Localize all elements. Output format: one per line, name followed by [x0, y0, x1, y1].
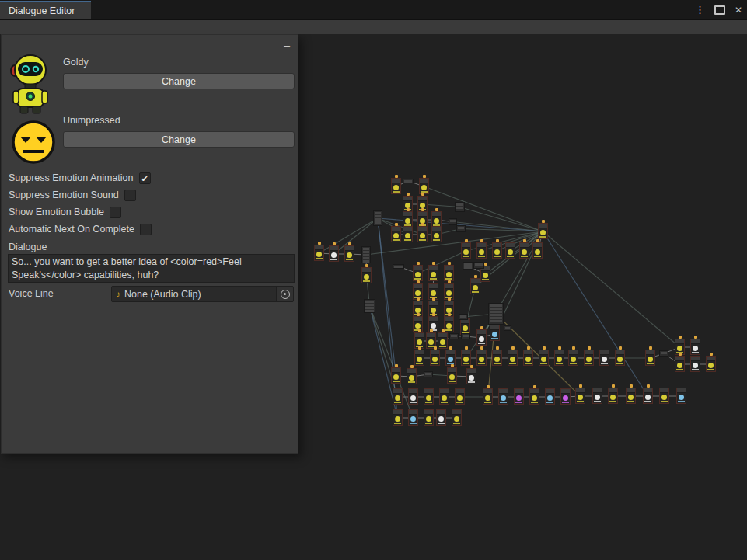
graph-node[interactable] [532, 242, 543, 259]
graph-node[interactable] [470, 278, 480, 294]
graph-node[interactable] [459, 314, 468, 320]
graph-node[interactable] [361, 246, 371, 263]
graph-node[interactable] [417, 226, 428, 242]
graph-node[interactable] [560, 388, 571, 405]
graph-node[interactable] [461, 242, 471, 259]
graph-node[interactable] [463, 262, 473, 270]
graph-node[interactable] [452, 409, 462, 426]
graph-node[interactable] [460, 318, 470, 335]
graph-node[interactable] [428, 265, 438, 281]
graph-node[interactable] [456, 225, 466, 232]
maximize-icon[interactable] [714, 5, 725, 15]
graph-node[interactable] [407, 368, 417, 384]
graph-node[interactable] [466, 368, 476, 384]
graph-node[interactable] [706, 356, 716, 372]
graph-node[interactable] [492, 242, 502, 259]
graph-node[interactable] [455, 388, 465, 405]
graph-node[interactable] [676, 388, 686, 404]
graph-node[interactable] [364, 299, 375, 313]
graph-node[interactable] [403, 211, 413, 228]
graph-node[interactable] [413, 265, 423, 281]
graph-node[interactable] [461, 350, 471, 366]
graph-node[interactable] [424, 371, 433, 377]
graph-node[interactable] [431, 226, 442, 242]
voice-line-object-field[interactable]: ♪ None (Audio Clip) [111, 286, 294, 302]
suppress-emotion-sound-checkbox[interactable] [124, 190, 136, 201]
graph-node[interactable] [476, 329, 487, 346]
graph-node[interactable] [391, 367, 401, 384]
automatic-next-on-complete-checkbox[interactable] [140, 224, 152, 235]
show-emotion-bubble-checkbox[interactable] [110, 207, 121, 218]
graph-node[interactable] [449, 333, 459, 339]
graph-node[interactable] [608, 388, 618, 404]
object-picker-icon[interactable] [276, 287, 293, 301]
graph-node[interactable] [393, 264, 404, 269]
graph-node[interactable] [455, 202, 465, 212]
graph-node[interactable] [329, 245, 339, 262]
graph-node[interactable] [483, 388, 493, 405]
graph-node[interactable] [690, 339, 700, 355]
graph-node[interactable] [675, 356, 685, 372]
graph-node[interactable] [599, 350, 609, 366]
graph-node[interactable] [438, 332, 448, 349]
graph-node[interactable] [529, 388, 539, 405]
graph-node[interactable] [436, 409, 446, 426]
graph-node[interactable] [575, 388, 585, 404]
graph-node[interactable] [403, 179, 414, 183]
graph-node[interactable] [568, 350, 578, 366]
graph-node[interactable] [508, 350, 518, 366]
graph-node[interactable] [645, 350, 655, 366]
graph-node[interactable] [545, 388, 555, 405]
graph-node[interactable] [414, 350, 424, 366]
graph-node[interactable] [391, 178, 401, 194]
graph-node[interactable] [439, 388, 449, 405]
close-icon[interactable]: ✕ [735, 5, 742, 15]
graph-node[interactable] [447, 367, 457, 384]
graph-node[interactable] [424, 388, 434, 405]
graph-node[interactable] [476, 350, 487, 366]
graph-node[interactable] [431, 211, 442, 228]
menu-kebab-icon[interactable]: ⋮ [695, 5, 705, 15]
collapse-button[interactable]: – [284, 41, 290, 49]
graph-node[interactable] [690, 356, 700, 372]
graph-node[interactable] [430, 350, 440, 366]
graph-node[interactable] [643, 388, 653, 404]
graph-node[interactable] [538, 223, 548, 239]
graph-node[interactable] [504, 325, 511, 331]
graph-node[interactable] [361, 267, 372, 283]
graph-node[interactable] [393, 409, 403, 426]
graph-node[interactable] [449, 218, 457, 225]
tab-dialogue-editor[interactable]: Dialogue Editor [0, 1, 91, 19]
graph-node[interactable] [408, 409, 418, 426]
graph-node[interactable] [498, 388, 508, 405]
graph-node[interactable] [314, 245, 324, 261]
graph-node[interactable] [476, 242, 487, 259]
graph-node[interactable] [539, 350, 549, 366]
graph-node[interactable] [373, 210, 382, 226]
graph-node[interactable] [523, 350, 533, 366]
graph-node[interactable] [505, 242, 515, 259]
graph-node[interactable] [519, 242, 529, 259]
graph-node[interactable] [659, 388, 669, 404]
graph-node[interactable] [615, 350, 625, 366]
graph-node[interactable] [592, 388, 602, 404]
graph-node[interactable] [445, 350, 456, 366]
graph-node[interactable] [424, 409, 434, 426]
graph-node[interactable] [403, 226, 413, 242]
graph-node[interactable] [419, 178, 429, 194]
graph-node[interactable] [393, 388, 403, 405]
graph-node[interactable] [490, 325, 500, 341]
change-emotion-button[interactable]: Change [63, 131, 295, 148]
graph-node[interactable] [408, 388, 418, 405]
graph-node[interactable] [444, 265, 454, 281]
graph-node[interactable] [473, 262, 484, 269]
graph-node[interactable] [492, 350, 502, 366]
graph-node[interactable] [659, 350, 668, 357]
dialogue-text-input[interactable]: So... you want to get a better idea of <… [8, 254, 295, 283]
graph-node[interactable] [626, 388, 636, 404]
suppress-emotion-animation-checkbox[interactable]: ✔ [139, 172, 151, 184]
graph-node[interactable] [344, 245, 354, 262]
graph-node[interactable] [444, 316, 454, 332]
graph-node[interactable] [514, 388, 524, 405]
change-character-button[interactable]: Change [63, 73, 295, 89]
